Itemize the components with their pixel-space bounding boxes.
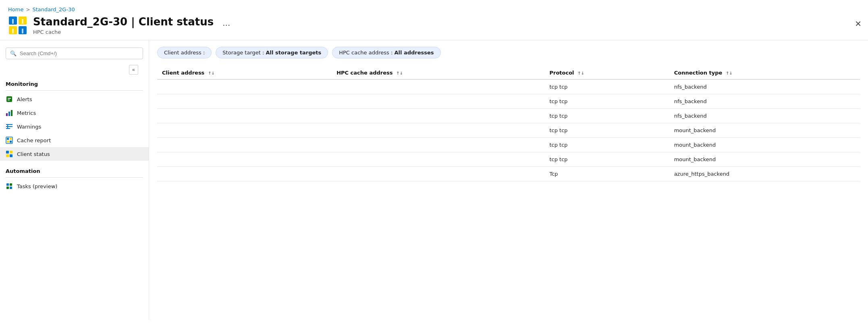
cell-hpc-cache-address-4 — [332, 138, 544, 152]
table-row: tcp tcp nfs_backend — [157, 79, 860, 94]
svg-rect-6 — [12, 29, 14, 33]
table-row: Tcp azure_https_backend — [157, 167, 860, 181]
cell-connection-type-4: mount_backend — [669, 138, 860, 152]
sidebar-item-client-status[interactable]: Client status — [0, 147, 149, 161]
cell-protocol-5: tcp tcp — [544, 152, 669, 167]
app-icon — [8, 16, 27, 35]
page-header: Standard_2G-30 | Client status HPC cache… — [0, 16, 868, 40]
cell-connection-type-3: mount_backend — [669, 123, 860, 138]
filter-bar: Client address : Storage target : All st… — [157, 47, 860, 58]
svg-rect-28 — [10, 183, 12, 186]
svg-rect-10 — [8, 100, 10, 100]
sidebar-item-metrics[interactable]: Metrics — [0, 106, 149, 120]
search-input[interactable] — [20, 50, 139, 56]
table-row: tcp tcp nfs_backend — [157, 94, 860, 109]
header-text-block: Standard_2G-30 | Client status HPC cache — [33, 16, 214, 35]
main-layout: 🔍 « Monitoring Alerts — [0, 40, 868, 320]
svg-rect-11 — [6, 113, 8, 116]
cell-client-address-5 — [157, 152, 332, 167]
warnings-label: Warnings — [17, 124, 41, 130]
col-client-address[interactable]: Client address ↑↓ — [157, 66, 332, 79]
svg-rect-27 — [6, 183, 9, 186]
col-connection-type[interactable]: Connection type ↑↓ — [669, 66, 860, 79]
search-icon: 🔍 — [10, 50, 17, 56]
sidebar-item-warnings[interactable]: Warnings — [0, 120, 149, 133]
svg-rect-15 — [6, 126, 12, 127]
monitoring-section-label: Monitoring — [0, 78, 149, 89]
close-button[interactable]: ✕ — [852, 17, 864, 30]
storage-target-filter-value: All storage targets — [266, 50, 322, 56]
hpc-cache-address-filter-value: All addresses — [394, 50, 434, 56]
page-title: Standard_2G-30 | Client status — [33, 16, 214, 28]
cell-connection-type-2: nfs_backend — [669, 109, 860, 123]
automation-divider — [6, 177, 143, 178]
search-box[interactable]: 🔍 — [6, 48, 143, 59]
table-header-row: Client address ↑↓ HPC cache address ↑↓ P… — [157, 66, 860, 79]
svg-rect-19 — [7, 138, 9, 140]
cell-hpc-cache-address-5 — [332, 152, 544, 167]
client-address-filter-label: Client address : — [164, 50, 205, 56]
svg-rect-21 — [7, 141, 9, 143]
col-hpc-cache-address[interactable]: HPC cache address ↑↓ — [332, 66, 544, 79]
svg-rect-23 — [6, 151, 9, 154]
cell-connection-type-6: azure_https_backend — [669, 167, 860, 181]
tasks-label: Tasks (preview) — [17, 183, 57, 189]
main-content: Client address : Storage target : All st… — [149, 40, 868, 320]
cell-client-address-6 — [157, 167, 332, 181]
metrics-icon — [6, 109, 13, 116]
sort-connection-type[interactable]: ↑↓ — [726, 71, 733, 75]
svg-rect-4 — [12, 19, 14, 24]
cell-protocol-0: tcp tcp — [544, 79, 669, 94]
sort-protocol[interactable]: ↑↓ — [577, 71, 584, 75]
cell-hpc-cache-address-2 — [332, 109, 544, 123]
cell-connection-type-0: nfs_backend — [669, 79, 860, 94]
cell-connection-type-5: mount_backend — [669, 152, 860, 167]
cell-connection-type-1: nfs_backend — [669, 94, 860, 109]
cell-client-address-2 — [157, 109, 332, 123]
cell-hpc-cache-address-0 — [332, 79, 544, 94]
sort-client-address[interactable]: ↑↓ — [208, 71, 215, 75]
sidebar-collapse-button[interactable]: « — [129, 65, 138, 75]
cell-client-address-0 — [157, 79, 332, 94]
alerts-label: Alerts — [17, 96, 32, 102]
svg-rect-29 — [6, 187, 9, 189]
svg-rect-30 — [10, 187, 12, 189]
sidebar-item-cache-report[interactable]: Cache report — [0, 133, 149, 147]
svg-rect-7 — [22, 29, 23, 33]
col-protocol[interactable]: Protocol ↑↓ — [544, 66, 669, 79]
cell-hpc-cache-address-1 — [332, 94, 544, 109]
warnings-icon — [6, 123, 13, 130]
storage-target-filter[interactable]: Storage target : All storage targets — [216, 47, 328, 58]
ellipsis-menu-button[interactable]: ··· — [219, 19, 233, 32]
table-row: tcp tcp mount_backend — [157, 138, 860, 152]
cell-protocol-6: Tcp — [544, 167, 669, 181]
metrics-label: Metrics — [17, 110, 36, 116]
client-address-filter[interactable]: Client address : — [157, 47, 212, 58]
alerts-icon — [6, 96, 13, 103]
cache-report-label: Cache report — [17, 137, 51, 143]
page-subtitle: HPC cache — [33, 29, 214, 35]
cell-hpc-cache-address-3 — [332, 123, 544, 138]
tasks-icon — [6, 183, 13, 190]
sidebar: 🔍 « Monitoring Alerts — [0, 40, 149, 320]
svg-rect-5 — [22, 19, 23, 24]
automation-section-label: Automation — [0, 165, 149, 176]
client-status-icon — [6, 150, 13, 158]
table-row: tcp tcp nfs_backend — [157, 109, 860, 123]
svg-rect-8 — [6, 96, 12, 102]
sort-hpc-cache-address[interactable]: ↑↓ — [396, 71, 403, 75]
cell-client-address-4 — [157, 138, 332, 152]
hpc-cache-address-filter[interactable]: HPC cache address : All addresses — [332, 47, 440, 58]
cache-report-icon — [6, 137, 13, 144]
sidebar-item-alerts[interactable]: Alerts — [0, 92, 149, 106]
svg-rect-22 — [10, 141, 12, 143]
svg-rect-20 — [10, 138, 12, 140]
breadcrumb-current[interactable]: Standard_2G-30 — [32, 6, 75, 12]
svg-rect-14 — [6, 124, 12, 125]
sidebar-item-tasks[interactable]: Tasks (preview) — [0, 179, 149, 193]
breadcrumb-separator: > — [26, 7, 30, 12]
cell-protocol-2: tcp tcp — [544, 109, 669, 123]
hpc-cache-address-filter-label: HPC cache address : — [339, 50, 394, 56]
breadcrumb-home[interactable]: Home — [8, 6, 23, 12]
cell-hpc-cache-address-6 — [332, 167, 544, 181]
